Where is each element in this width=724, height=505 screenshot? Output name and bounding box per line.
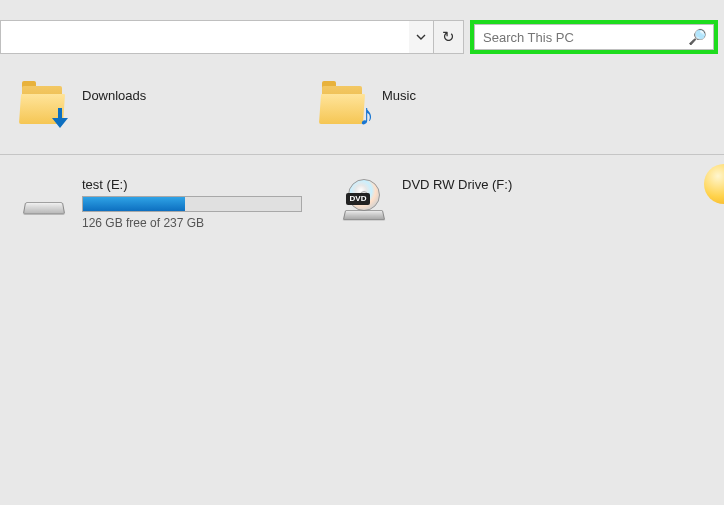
drive-info: DVD RW Drive (F:) bbox=[402, 177, 512, 196]
capacity-fill bbox=[83, 197, 185, 211]
search-input[interactable] bbox=[481, 29, 688, 46]
file-explorer-window: ↻ 🔍 Downloads bbox=[0, 0, 724, 505]
folders-section: Downloads ♪ Music bbox=[0, 72, 724, 155]
search-box[interactable]: 🔍 bbox=[474, 24, 714, 50]
refresh-icon: ↻ bbox=[442, 28, 455, 46]
address-bar[interactable] bbox=[0, 20, 434, 54]
music-note-icon: ♪ bbox=[359, 98, 374, 132]
chevron-down-icon bbox=[416, 32, 426, 42]
folder-label: Downloads bbox=[82, 86, 146, 103]
toolbar: ↻ 🔍 bbox=[0, 20, 724, 54]
capacity-bar bbox=[82, 196, 302, 212]
download-arrow-icon bbox=[48, 106, 72, 130]
address-dropdown-button[interactable] bbox=[409, 21, 433, 53]
drive-test-e[interactable]: test (E:) 126 GB free of 237 GB bbox=[20, 177, 340, 230]
drive-dvd-f[interactable]: DVD DVD RW Drive (F:) bbox=[340, 177, 660, 225]
search-icon[interactable]: 🔍 bbox=[688, 28, 707, 46]
refresh-button[interactable]: ↻ bbox=[434, 20, 464, 54]
drive-free-text: 126 GB free of 237 GB bbox=[82, 216, 302, 230]
folder-label: Music bbox=[382, 86, 416, 103]
drives-section: test (E:) 126 GB free of 237 GB DVD DVD … bbox=[0, 155, 724, 230]
drive-info: test (E:) 126 GB free of 237 GB bbox=[82, 177, 302, 230]
hard-drive-icon bbox=[20, 177, 68, 225]
folder-downloads[interactable]: Downloads bbox=[20, 86, 320, 126]
search-box-highlight: 🔍 bbox=[470, 20, 718, 54]
drive-name: test (E:) bbox=[82, 177, 302, 192]
content-area: Downloads ♪ Music test (E:) bbox=[0, 72, 724, 505]
folder-icon bbox=[20, 86, 68, 126]
dvd-badge: DVD bbox=[346, 193, 370, 205]
folder-icon: ♪ bbox=[320, 86, 368, 126]
drive-name: DVD RW Drive (F:) bbox=[402, 177, 512, 192]
folder-music[interactable]: ♪ Music bbox=[320, 86, 620, 126]
dvd-drive-icon: DVD bbox=[340, 177, 388, 225]
